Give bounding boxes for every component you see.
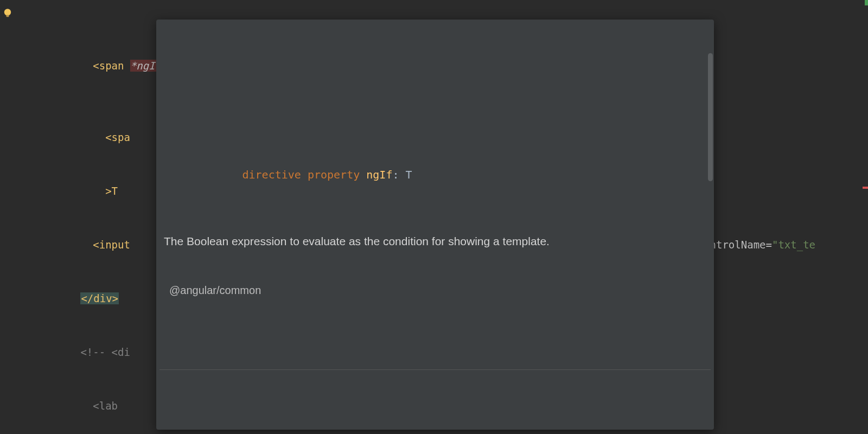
svg-rect-1	[7, 15, 9, 17]
documentation-popup[interactable]: directive property ngIf: T The Boolean e…	[156, 20, 714, 430]
separator	[159, 369, 711, 370]
error-stripe-mark[interactable]	[863, 187, 868, 189]
code-editor[interactable]: <span *ngIf="tenlsp.invalid && (tenlsp.d…	[0, 0, 868, 434]
scrollbar-thumb[interactable]	[708, 53, 713, 181]
svg-point-0	[4, 9, 11, 16]
doc-module-location: @angular/common	[164, 279, 706, 303]
doc-entry-ngif-directive: directive NgIf	[156, 416, 714, 430]
doc-entry-ngif-property: directive property ngIf: T The Boolean e…	[156, 111, 714, 339]
doc-summary: The Boolean expression to evaluate as th…	[164, 231, 706, 249]
error-stripe-mark[interactable]	[865, 0, 868, 5]
intention-bulb-icon[interactable]	[2, 7, 13, 17]
code-area[interactable]: <span *ngIf="tenlsp.invalid && (tenlsp.d…	[18, 0, 868, 434]
doc-signature: directive property ngIf: T	[164, 145, 706, 201]
gutter	[0, 0, 18, 434]
